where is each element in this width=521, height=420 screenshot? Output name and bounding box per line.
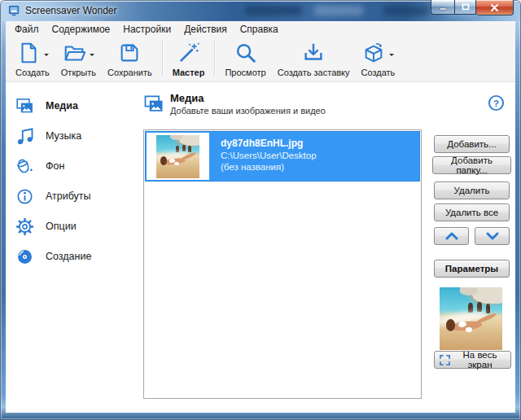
build-screensaver-icon	[301, 41, 326, 65]
minimize-button[interactable]	[431, 0, 454, 15]
delete-all-button[interactable]: Удалить все	[434, 203, 510, 221]
toolbar-open-label: Открыть	[61, 68, 96, 77]
dropdown-caret-icon[interactable]	[90, 54, 94, 59]
window-title: Screensaver Wonder	[25, 5, 117, 16]
toolbar-wizard-button[interactable]: Мастер	[167, 37, 211, 77]
sidebar-item-attributes[interactable]: Атрибуты	[15, 186, 91, 207]
magic-wand-icon	[177, 41, 201, 65]
sidebar-item-creation[interactable]: Создание	[15, 246, 91, 267]
client-area: Файл Содержимое Настройки Действия Справ…	[6, 21, 515, 413]
media-thumbnail-image	[156, 135, 199, 178]
save-icon	[117, 41, 142, 65]
toolbar-create-label: Создать	[361, 68, 396, 77]
glass-reflection	[383, 6, 428, 15]
gear-icon	[15, 217, 35, 237]
help-icon[interactable]: ?	[488, 94, 505, 112]
dropdown-caret-icon[interactable]	[44, 54, 49, 59]
maximize-button[interactable]	[454, 0, 476, 15]
page-title: Медиа	[170, 92, 204, 104]
toolbar-open-button[interactable]: Открыть	[55, 37, 102, 77]
sidebar-item-music[interactable]: Музыка	[15, 125, 81, 147]
sidebar-label: Опции	[46, 221, 77, 232]
move-down-button[interactable]	[475, 227, 510, 245]
new-document-icon	[16, 41, 41, 65]
move-up-button[interactable]	[434, 227, 469, 245]
toolbar: Создать Открыть	[6, 37, 515, 82]
sidebar-item-options[interactable]: Опции	[15, 216, 77, 237]
sidebar-item-media[interactable]: Медиа	[15, 95, 78, 116]
toolbar-preview-label: Просмотр	[225, 68, 265, 77]
preview-icon	[234, 41, 258, 65]
window-controls	[431, 0, 514, 15]
media-list[interactable]: dy87dh8EnHL.jpg C:\Users\User\Desktop (б…	[143, 129, 422, 399]
music-icon	[15, 126, 35, 147]
toolbar-separator	[214, 40, 215, 76]
sidebar-label: Фон	[46, 160, 64, 172]
media-section-icon	[142, 93, 165, 116]
paint-bucket-icon	[15, 156, 35, 177]
fullscreen-icon	[440, 355, 450, 365]
media-item-filename: dy87dh8EnHL.jpg	[221, 138, 317, 149]
page-subtitle: Добавьте ваши изображения и видео	[170, 106, 326, 116]
sidebar-label: Создание	[46, 251, 91, 262]
preview-image	[440, 287, 502, 350]
close-button[interactable]	[476, 0, 514, 15]
menu-file[interactable]: Файл	[8, 22, 46, 37]
media-item-path: C:\Users\User\Desktop	[221, 151, 317, 160]
sidebar-item-background[interactable]: Фон	[15, 155, 64, 177]
media-item-caption: (без названия)	[221, 162, 317, 172]
menu-toolbar-strip: Файл Содержимое Настройки Действия Справ…	[6, 21, 515, 82]
delete-button[interactable]: Удалить	[434, 182, 510, 199]
parameters-button[interactable]: Параметры	[434, 260, 510, 278]
menu-bar: Файл Содержимое Настройки Действия Справ…	[6, 21, 515, 37]
svg-text:?: ?	[493, 98, 499, 108]
toolbar-separator	[162, 40, 163, 76]
media-list-item[interactable]: dy87dh8EnHL.jpg C:\Users\User\Desktop (б…	[145, 131, 420, 182]
toolbar-save-button[interactable]: Сохранить	[102, 37, 158, 77]
sidebar-label: Музыка	[46, 130, 81, 142]
menu-content[interactable]: Содержимое	[46, 22, 117, 37]
menu-actions[interactable]: Действия	[177, 22, 234, 37]
app-window: Screensaver Wonder Файл Содержимое Настр…	[0, 0, 521, 420]
glass-reflection	[314, 6, 363, 15]
sidebar-label: Медиа	[46, 100, 78, 112]
package-icon	[361, 41, 386, 65]
menu-settings[interactable]: Настройки	[116, 22, 177, 37]
toolbar-save-label: Сохранить	[107, 68, 152, 77]
toolbar-create-button[interactable]: Создать	[356, 37, 401, 77]
info-icon	[15, 186, 35, 207]
fullscreen-button[interactable]: На весь экран	[434, 351, 511, 369]
add-folder-button[interactable]: Добавить папку...	[432, 156, 511, 174]
content-area: Медиа Музыка	[6, 83, 515, 413]
chevron-up-icon	[445, 232, 458, 240]
toolbar-build-screensaver-button[interactable]: Создать заставку	[272, 37, 356, 77]
app-icon	[8, 5, 21, 17]
toolbar-new-label: Создать	[15, 68, 50, 77]
sidebar-label: Атрибуты	[46, 190, 91, 202]
toolbar-preview-button[interactable]: Просмотр	[219, 37, 271, 77]
toolbar-build-label: Создать заставку	[278, 68, 350, 77]
media-thumbnail-cell	[147, 133, 209, 180]
toolbar-wizard-label: Мастер	[173, 68, 205, 77]
toolbar-new-button[interactable]: Создать	[10, 37, 55, 77]
menu-help[interactable]: Справка	[234, 22, 285, 37]
chevron-down-icon	[486, 232, 499, 240]
add-button[interactable]: Добавить...	[434, 135, 510, 153]
disc-icon	[15, 247, 35, 267]
fullscreen-label: На весь экран	[454, 350, 506, 370]
glass-reflection	[245, 6, 302, 15]
dropdown-caret-icon[interactable]	[389, 54, 394, 59]
media-icon	[15, 96, 35, 116]
open-folder-icon	[62, 41, 86, 65]
